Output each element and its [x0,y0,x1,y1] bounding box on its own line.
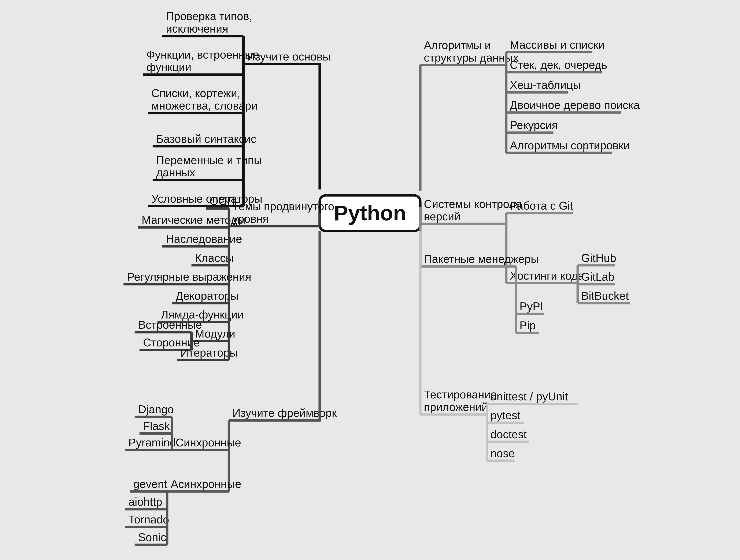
leaf: Стек, дек, очередь [510,59,607,71]
leaf: множества, словари [152,99,258,112]
leaf: Массивы и списки [510,38,605,51]
leaf: исключения [166,22,228,35]
branch-label: Изучите основы [247,50,331,63]
leaf: Алгоритмы сортировки [510,139,630,152]
leaf: unittest / pyUnit [490,390,568,403]
leaf: Наследование [166,232,242,245]
leaf: GitHub [581,252,616,264]
mindmap-diagram: PythonИзучите основыПроверка типов,исклю… [0,0,740,560]
branch-label: приложений [424,401,488,413]
leaf: Pyramind [128,436,176,449]
leaf: данных [156,166,195,179]
leaf: Списки, кортежи, [152,87,241,99]
leaf: Проверка типов, [166,10,253,22]
leaf: pytest [490,409,521,422]
branch-label: Системы контроля [424,198,522,210]
leaf: Переменные и типы [156,154,262,167]
leaf: функции [147,61,191,73]
branch-label: Тестирование [424,388,497,401]
svg-rect-0 [0,0,740,560]
leaf: BitBucket [581,289,629,302]
leaf: Регулярные выражения [127,271,251,283]
leaf: Хеш-таблицы [510,79,581,91]
root-label: Python [334,201,406,225]
leaf: Tornado [128,513,169,526]
branch-label: структуры данных [424,52,519,64]
leaf: Sonic [138,531,166,544]
leaf: doctest [490,428,527,441]
leaf: Pip [520,319,536,332]
leaf: Рекурсия [510,119,558,131]
branch-label: версий [424,210,460,223]
leaf: Flask [143,420,170,432]
branch-label: Темы продвинутого [233,200,334,212]
branch-label: Изучите фреймворк [233,407,337,419]
leaf: aiohttp [128,495,162,508]
leaf: nose [490,447,515,460]
leaf: Работа с Git [510,199,573,212]
leaf: Базовый синтаксис [156,132,257,145]
leaf: gevent [133,478,167,490]
sub-branch-label: Асинхронные [171,478,241,490]
leaf: Встроенные [138,318,202,331]
leaf: Django [138,403,174,415]
leaf: PyPI [520,300,543,312]
leaf: GitLab [581,271,615,283]
branch-label: Пакетные менеджеры [424,253,539,265]
sub-branch-label: Синхронные [176,436,241,449]
branch-label: Алгоритмы и [424,39,491,52]
leaf: ООП [209,195,235,207]
leaf: Хостинги кода [510,269,584,282]
leaf: Двоичное дерево поиска [510,99,640,111]
